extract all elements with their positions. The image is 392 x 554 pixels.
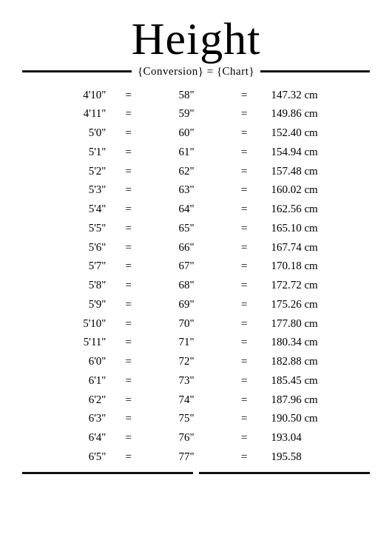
feet-value: 5'2" [22, 161, 109, 180]
feet-value: 5'9" [22, 294, 109, 314]
table-row: 5'10" = 70" = 177.80 cm [22, 314, 370, 333]
equals-sign-1: = [109, 180, 148, 200]
feet-value: 5'10" [22, 314, 109, 333]
cm-value: 165.10 cm [263, 218, 370, 237]
inches-value: 70" [148, 314, 225, 333]
equals-sign-2: = [225, 124, 263, 143]
inches-value: 67" [148, 257, 225, 276]
feet-value: 4'10" [22, 85, 109, 104]
cm-value: 152.40 cm [263, 124, 370, 143]
feet-value: 6'4" [22, 428, 109, 447]
equals-sign-2: = [225, 294, 263, 314]
cm-value: 147.32 cm [263, 85, 370, 104]
table-row: 6'3" = 75" = 190.50 cm [22, 409, 370, 428]
equals-sign-1: = [109, 352, 148, 371]
inches-value: 77" [148, 447, 225, 466]
inches-value: 75" [148, 409, 225, 428]
equals-sign-1: = [109, 85, 148, 104]
cm-value: 162.56 cm [263, 200, 370, 219]
conversion-table: 4'10" = 58" = 147.32 cm 4'11" = 59" = 14… [22, 85, 370, 466]
feet-value: 5'4" [22, 200, 109, 219]
equals-sign-2: = [225, 390, 263, 409]
table-row: 5'7" = 67" = 170.18 cm [22, 257, 370, 276]
page: Height {Conversion} = {Chart} 4'10" = 58… [0, 0, 392, 489]
equals-sign-1: = [109, 218, 148, 237]
subtitle-divider: {Conversion} = {Chart} [22, 65, 370, 78]
table-row: 5'4" = 64" = 162.56 cm [22, 200, 370, 219]
table-row: 5'6" = 66" = 167.74 cm [22, 237, 370, 257]
inches-value: 62" [148, 161, 225, 180]
equals-sign-2: = [225, 85, 263, 104]
cm-value: 167.74 cm [263, 237, 370, 257]
inches-value: 65" [148, 218, 225, 237]
height-table: 4'10" = 58" = 147.32 cm 4'11" = 59" = 14… [22, 85, 370, 466]
feet-value: 5'6" [22, 237, 109, 257]
equals-sign-1: = [109, 257, 148, 276]
table-row: 5'1" = 61" = 154.94 cm [22, 142, 370, 161]
inches-value: 76" [148, 428, 225, 447]
equals-sign-2: = [225, 333, 263, 352]
table-row: 5'5" = 65" = 165.10 cm [22, 218, 370, 237]
table-row: 6'5" = 77" = 195.58 [22, 447, 370, 466]
cm-value: 185.45 cm [263, 371, 370, 390]
inches-value: 64" [148, 200, 225, 219]
inches-value: 72" [148, 352, 225, 371]
cm-value: 187.96 cm [263, 390, 370, 409]
equals-sign-1: = [109, 447, 148, 466]
table-row: 5'3" = 63" = 160.02 cm [22, 180, 370, 200]
cm-value: 160.02 cm [263, 180, 370, 200]
equals-sign-1: = [109, 237, 148, 257]
inches-value: 58" [148, 85, 225, 104]
cm-value: 154.94 cm [263, 142, 370, 161]
equals-sign-2: = [225, 314, 263, 333]
inches-value: 63" [148, 180, 225, 200]
inches-value: 60" [148, 124, 225, 143]
feet-value: 6'2" [22, 390, 109, 409]
table-row: 5'2" = 62" = 157.48 cm [22, 161, 370, 180]
equals-sign-1: = [109, 276, 148, 295]
equals-sign-1: = [109, 161, 148, 180]
equals-sign-2: = [225, 428, 263, 447]
inches-value: 61" [148, 142, 225, 161]
cm-value: 182.88 cm [263, 352, 370, 371]
equals-sign-1: = [109, 409, 148, 428]
table-row: 6'1" = 73" = 185.45 cm [22, 371, 370, 390]
cm-value: 157.48 cm [263, 161, 370, 180]
divider-line-bottom-right [199, 472, 370, 474]
feet-value: 5'8" [22, 276, 109, 295]
inches-value: 74" [148, 390, 225, 409]
equals-sign-2: = [225, 142, 263, 161]
table-row: 4'10" = 58" = 147.32 cm [22, 85, 370, 104]
inches-value: 59" [148, 104, 225, 124]
table-row: 5'0" = 60" = 152.40 cm [22, 124, 370, 143]
cm-value: 149.86 cm [263, 104, 370, 124]
equals-sign-1: = [109, 142, 148, 161]
cm-value: 172.72 cm [263, 276, 370, 295]
equals-sign-2: = [225, 218, 263, 237]
table-row: 6'4" = 76" = 193.04 [22, 428, 370, 447]
equals-sign-2: = [225, 237, 263, 257]
feet-value: 5'11" [22, 333, 109, 352]
divider-line-bottom-left [22, 472, 193, 474]
feet-value: 6'5" [22, 447, 109, 466]
equals-sign-2: = [225, 180, 263, 200]
equals-sign-1: = [109, 390, 148, 409]
equals-sign-1: = [109, 428, 148, 447]
feet-value: 5'7" [22, 257, 109, 276]
equals-sign-2: = [225, 276, 263, 295]
feet-value: 5'5" [22, 218, 109, 237]
cm-value: 195.58 [263, 447, 370, 466]
equals-sign-2: = [225, 371, 263, 390]
inches-value: 69" [148, 294, 225, 314]
table-row: 6'0" = 72" = 182.88 cm [22, 352, 370, 371]
equals-sign-2: = [225, 352, 263, 371]
feet-value: 5'3" [22, 180, 109, 200]
equals-sign-1: = [109, 314, 148, 333]
cm-value: 177.80 cm [263, 314, 370, 333]
divider-line-right [260, 70, 370, 72]
table-row: 5'9" = 69" = 175.26 cm [22, 294, 370, 314]
feet-value: 5'0" [22, 124, 109, 143]
inches-value: 73" [148, 371, 225, 390]
equals-sign-1: = [109, 200, 148, 219]
equals-sign-1: = [109, 294, 148, 314]
